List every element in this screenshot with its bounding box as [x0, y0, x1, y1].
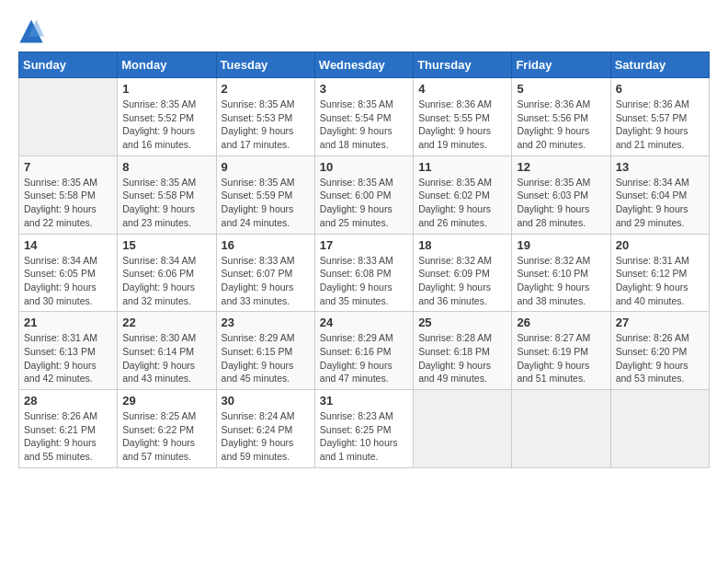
day-number: 2 — [222, 82, 310, 96]
day-info: Sunrise: 8:27 AM Sunset: 6:19 PM Dayligh… — [517, 331, 605, 385]
day-number: 31 — [320, 394, 408, 408]
calendar-cell: 9Sunrise: 8:35 AM Sunset: 5:59 PM Daylig… — [216, 155, 314, 234]
column-header-monday: Monday — [118, 52, 216, 78]
day-number: 23 — [222, 316, 310, 329]
calendar-cell: 7Sunrise: 8:35 AM Sunset: 5:58 PM Daylig… — [19, 155, 118, 234]
calendar-cell: 3Sunrise: 8:35 AM Sunset: 5:54 PM Daylig… — [314, 78, 413, 156]
day-info: Sunrise: 8:26 AM Sunset: 6:21 PM Dayligh… — [24, 409, 112, 464]
calendar-cell: 12Sunrise: 8:35 AM Sunset: 6:03 PM Dayli… — [512, 155, 610, 234]
day-number: 15 — [122, 238, 210, 252]
day-number: 4 — [418, 82, 506, 96]
day-number: 27 — [616, 316, 704, 329]
day-info: Sunrise: 8:35 AM Sunset: 5:52 PM Dayligh… — [122, 98, 210, 152]
column-header-saturday: Saturday — [610, 52, 709, 78]
day-info: Sunrise: 8:31 AM Sunset: 6:12 PM Dayligh… — [616, 254, 704, 308]
day-number: 18 — [418, 238, 506, 252]
day-number: 22 — [122, 316, 210, 329]
calendar-cell: 29Sunrise: 8:25 AM Sunset: 6:22 PM Dayli… — [118, 390, 216, 468]
calendar-cell: 2Sunrise: 8:35 AM Sunset: 5:53 PM Daylig… — [216, 78, 314, 156]
calendar-cell: 17Sunrise: 8:33 AM Sunset: 6:08 PM Dayli… — [314, 234, 413, 312]
day-info: Sunrise: 8:28 AM Sunset: 6:18 PM Dayligh… — [418, 331, 506, 385]
day-number: 5 — [517, 82, 605, 96]
calendar-header-row: SundayMondayTuesdayWednesdayThursdayFrid… — [19, 52, 710, 78]
column-header-friday: Friday — [512, 52, 610, 78]
calendar-cell: 26Sunrise: 8:27 AM Sunset: 6:19 PM Dayli… — [512, 312, 610, 390]
calendar-cell: 27Sunrise: 8:26 AM Sunset: 6:20 PM Dayli… — [610, 312, 709, 390]
day-number: 10 — [320, 160, 408, 174]
calendar-cell: 19Sunrise: 8:32 AM Sunset: 6:10 PM Dayli… — [512, 234, 610, 312]
calendar-cell: 10Sunrise: 8:35 AM Sunset: 6:00 PM Dayli… — [314, 155, 413, 234]
calendar-cell: 21Sunrise: 8:31 AM Sunset: 6:13 PM Dayli… — [19, 312, 118, 390]
day-number: 11 — [418, 160, 506, 174]
calendar-cell: 5Sunrise: 8:36 AM Sunset: 5:56 PM Daylig… — [512, 78, 610, 156]
calendar-cell: 11Sunrise: 8:35 AM Sunset: 6:02 PM Dayli… — [414, 155, 512, 234]
logo — [18, 18, 48, 44]
calendar-cell — [414, 390, 512, 468]
day-number: 9 — [222, 160, 310, 174]
week-row-3: 14Sunrise: 8:34 AM Sunset: 6:05 PM Dayli… — [19, 234, 710, 312]
calendar-cell: 28Sunrise: 8:26 AM Sunset: 6:21 PM Dayli… — [19, 390, 118, 468]
day-info: Sunrise: 8:25 AM Sunset: 6:22 PM Dayligh… — [122, 409, 210, 464]
day-number: 24 — [320, 316, 408, 329]
column-header-thursday: Thursday — [414, 52, 512, 78]
day-info: Sunrise: 8:34 AM Sunset: 6:06 PM Dayligh… — [122, 254, 210, 308]
day-number: 20 — [616, 238, 704, 252]
day-info: Sunrise: 8:35 AM Sunset: 5:54 PM Dayligh… — [320, 98, 408, 152]
calendar-table: SundayMondayTuesdayWednesdayThursdayFrid… — [18, 52, 710, 468]
day-info: Sunrise: 8:24 AM Sunset: 6:24 PM Dayligh… — [222, 409, 310, 464]
day-info: Sunrise: 8:34 AM Sunset: 6:04 PM Dayligh… — [616, 176, 704, 230]
day-number: 30 — [222, 394, 310, 408]
day-number: 17 — [320, 238, 408, 252]
day-number: 29 — [122, 394, 210, 408]
day-number: 28 — [24, 394, 112, 408]
calendar-cell: 23Sunrise: 8:29 AM Sunset: 6:15 PM Dayli… — [216, 312, 314, 390]
calendar-cell: 6Sunrise: 8:36 AM Sunset: 5:57 PM Daylig… — [610, 78, 709, 156]
day-info: Sunrise: 8:31 AM Sunset: 6:13 PM Dayligh… — [24, 331, 112, 385]
day-info: Sunrise: 8:23 AM Sunset: 6:25 PM Dayligh… — [320, 409, 408, 464]
calendar-cell — [512, 390, 610, 468]
calendar-cell: 4Sunrise: 8:36 AM Sunset: 5:55 PM Daylig… — [414, 78, 512, 156]
week-row-4: 21Sunrise: 8:31 AM Sunset: 6:13 PM Dayli… — [19, 312, 710, 390]
calendar-cell: 22Sunrise: 8:30 AM Sunset: 6:14 PM Dayli… — [118, 312, 216, 390]
calendar-cell: 1Sunrise: 8:35 AM Sunset: 5:52 PM Daylig… — [118, 78, 216, 156]
day-number: 12 — [517, 160, 605, 174]
day-info: Sunrise: 8:36 AM Sunset: 5:55 PM Dayligh… — [418, 98, 506, 152]
day-info: Sunrise: 8:35 AM Sunset: 5:58 PM Dayligh… — [24, 176, 112, 230]
day-info: Sunrise: 8:35 AM Sunset: 5:53 PM Dayligh… — [222, 98, 310, 152]
day-info: Sunrise: 8:35 AM Sunset: 6:02 PM Dayligh… — [418, 176, 506, 230]
day-info: Sunrise: 8:36 AM Sunset: 5:56 PM Dayligh… — [517, 98, 605, 152]
calendar-cell: 25Sunrise: 8:28 AM Sunset: 6:18 PM Dayli… — [414, 312, 512, 390]
calendar-cell: 16Sunrise: 8:33 AM Sunset: 6:07 PM Dayli… — [216, 234, 314, 312]
day-info: Sunrise: 8:35 AM Sunset: 5:59 PM Dayligh… — [222, 176, 310, 230]
week-row-5: 28Sunrise: 8:26 AM Sunset: 6:21 PM Dayli… — [19, 390, 710, 468]
calendar-body: 1Sunrise: 8:35 AM Sunset: 5:52 PM Daylig… — [19, 78, 710, 468]
column-header-tuesday: Tuesday — [216, 52, 314, 78]
day-number: 21 — [24, 316, 112, 329]
day-info: Sunrise: 8:32 AM Sunset: 6:09 PM Dayligh… — [418, 254, 506, 308]
column-header-wednesday: Wednesday — [314, 52, 413, 78]
day-number: 7 — [24, 160, 112, 174]
logo-icon — [18, 18, 44, 44]
calendar-cell: 30Sunrise: 8:24 AM Sunset: 6:24 PM Dayli… — [216, 390, 314, 468]
day-info: Sunrise: 8:29 AM Sunset: 6:15 PM Dayligh… — [222, 331, 310, 385]
day-number: 6 — [616, 82, 704, 96]
week-row-2: 7Sunrise: 8:35 AM Sunset: 5:58 PM Daylig… — [19, 155, 710, 234]
calendar-cell: 31Sunrise: 8:23 AM Sunset: 6:25 PM Dayli… — [314, 390, 413, 468]
day-number: 13 — [616, 160, 704, 174]
day-number: 14 — [24, 238, 112, 252]
day-info: Sunrise: 8:29 AM Sunset: 6:16 PM Dayligh… — [320, 331, 408, 385]
day-number: 16 — [222, 238, 310, 252]
calendar-cell: 15Sunrise: 8:34 AM Sunset: 6:06 PM Dayli… — [118, 234, 216, 312]
day-info: Sunrise: 8:30 AM Sunset: 6:14 PM Dayligh… — [122, 331, 210, 385]
calendar-cell: 8Sunrise: 8:35 AM Sunset: 5:58 PM Daylig… — [118, 155, 216, 234]
day-info: Sunrise: 8:26 AM Sunset: 6:20 PM Dayligh… — [616, 331, 704, 385]
day-info: Sunrise: 8:35 AM Sunset: 6:00 PM Dayligh… — [320, 176, 408, 230]
day-info: Sunrise: 8:35 AM Sunset: 6:03 PM Dayligh… — [517, 176, 605, 230]
calendar-cell: 20Sunrise: 8:31 AM Sunset: 6:12 PM Dayli… — [610, 234, 709, 312]
page-header — [18, 18, 710, 44]
column-header-sunday: Sunday — [19, 52, 118, 78]
day-info: Sunrise: 8:34 AM Sunset: 6:05 PM Dayligh… — [24, 254, 112, 308]
calendar-cell: 24Sunrise: 8:29 AM Sunset: 6:16 PM Dayli… — [314, 312, 413, 390]
calendar-cell: 18Sunrise: 8:32 AM Sunset: 6:09 PM Dayli… — [414, 234, 512, 312]
calendar-cell — [610, 390, 709, 468]
